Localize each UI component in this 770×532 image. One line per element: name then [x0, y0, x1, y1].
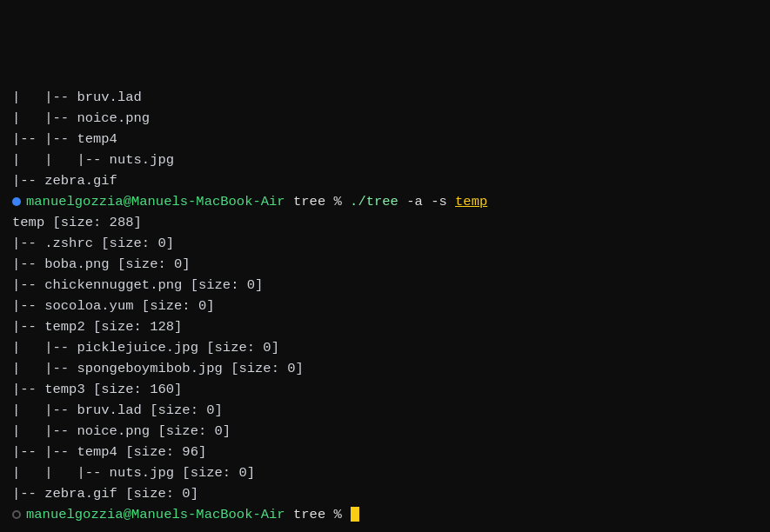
prompt-at-2: @	[124, 504, 131, 525]
prompt-dot-1	[12, 197, 21, 206]
tree-line-10: | |-- noice.png [size: 0]	[12, 421, 758, 442]
tree-line-13: |-- zebra.gif [size: 0]	[12, 483, 758, 504]
cmd-flags-1	[398, 191, 406, 212]
tree-line-7: | |-- spongeboymibob.jpg [size: 0]	[12, 358, 758, 379]
tree-line-0: temp [size: 288]	[12, 212, 758, 233]
prompt-user-2: manuelgozzia	[26, 504, 124, 525]
prompt-path-2: tree	[285, 504, 326, 525]
prev-line-3: |-- |-- temp4	[12, 129, 758, 150]
prompt-line-1: manuelgozzia@Manuels-MacBook-Air tree % …	[12, 191, 758, 212]
prompt-at-1: @	[124, 191, 131, 212]
cmd-tree-1: ./tree	[350, 191, 398, 212]
prompt-sym-2: %	[325, 504, 350, 525]
prev-line-2: | |-- noice.png	[12, 108, 758, 129]
tree-line-4: |-- socoloa.yum [size: 0]	[12, 296, 758, 316]
tree-line-2: |-- boba.png [size: 0]	[12, 254, 758, 275]
cursor-block	[351, 507, 359, 522]
tree-line-3: |-- chickennugget.png [size: 0]	[12, 275, 758, 296]
prev-line-5: |-- zebra.gif	[12, 170, 758, 191]
prompt-host-2: Manuels-MacBook-Air	[131, 504, 285, 525]
tree-line-8: |-- temp3 [size: 160]	[12, 379, 758, 400]
tree-line-1: |-- .zshrc [size: 0]	[12, 233, 758, 254]
tree-line-11: |-- |-- temp4 [size: 96]	[12, 442, 758, 462]
terminal: | |-- bruv.lad | |-- noice.png |-- |-- t…	[0, 0, 770, 532]
cmd-a: -a -s	[406, 191, 455, 212]
prev-line-1: | |-- bruv.lad	[12, 87, 758, 108]
prev-line-4: | | |-- nuts.jpg	[12, 150, 758, 170]
prompt-user-1: manuelgozzia	[26, 191, 124, 212]
tree-line-9: | |-- bruv.lad [size: 0]	[12, 400, 758, 421]
prompt-host-1: Manuels-MacBook-Air	[131, 191, 285, 212]
prompt-path-1: tree	[285, 191, 326, 212]
prompt-line-2[interactable]: manuelgozzia@Manuels-MacBook-Air tree %	[12, 504, 758, 525]
tree-line-5: |-- temp2 [size: 128]	[12, 316, 758, 337]
tree-line-12: | | |-- nuts.jpg [size: 0]	[12, 462, 758, 483]
cmd-arg-1: temp	[455, 191, 487, 212]
prompt-sym-1: %	[325, 191, 350, 212]
prompt-dot-2	[12, 510, 21, 519]
tree-line-6: | |-- picklejuice.jpg [size: 0]	[12, 337, 758, 358]
